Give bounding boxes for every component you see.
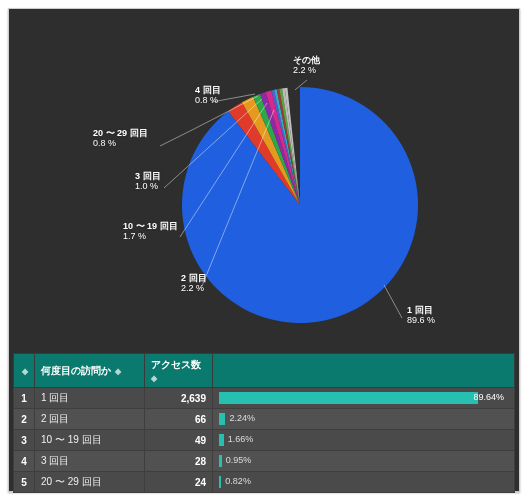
cell-bar: 1.66% xyxy=(213,430,515,451)
leader-line xyxy=(384,285,402,318)
dashboard-panel: 1 回目 89.6 % 2 回目 2.2 % 10 〜 19 回目 1.7 % … xyxy=(8,8,520,492)
callout-pct: 0.8 % xyxy=(195,95,221,105)
cell-count: 66 xyxy=(145,409,213,430)
pie-chart: 1 回目 89.6 % 2 回目 2.2 % 10 〜 19 回目 1.7 % … xyxy=(13,13,515,353)
cell-category: 3 回目 xyxy=(35,451,145,472)
bar-pct-label: 1.66% xyxy=(228,434,254,444)
bar-fill xyxy=(219,392,478,404)
callout-label: 1 回目 xyxy=(407,305,435,315)
callout-5: 20 〜 29 回目 0.8 % xyxy=(93,128,148,149)
pie-svg xyxy=(12,20,516,360)
sort-icon: ◆ xyxy=(151,374,157,383)
cell-bar: 89.64% xyxy=(213,388,515,409)
cell-category: 10 〜 19 回目 xyxy=(35,430,145,451)
callout-pct: 1.0 % xyxy=(135,181,161,191)
callout-label: 3 回目 xyxy=(135,171,161,181)
table-row: 43 回目280.95% xyxy=(14,451,515,472)
callout-label: 10 〜 19 回目 xyxy=(123,221,178,231)
cell-bar: 2.24% xyxy=(213,409,515,430)
table-row: 11 回目2,63989.64% xyxy=(14,388,515,409)
callout-pct: 2.2 % xyxy=(181,283,207,293)
callout-pct: 0.8 % xyxy=(93,138,148,148)
callout-1: 1 回目 89.6 % xyxy=(407,305,435,326)
callout-label: その他 xyxy=(293,55,320,65)
callout-pct: 1.7 % xyxy=(123,231,178,241)
table-row: 520 〜 29 回目240.82% xyxy=(14,472,515,493)
callout-other: その他 2.2 % xyxy=(293,55,320,76)
bar-fill xyxy=(219,476,221,488)
cell-count: 49 xyxy=(145,430,213,451)
callout-label: 4 回目 xyxy=(195,85,221,95)
cell-count: 28 xyxy=(145,451,213,472)
bar-pct-label: 0.95% xyxy=(226,455,252,465)
cell-count: 2,639 xyxy=(145,388,213,409)
bar-pct-label: 0.82% xyxy=(225,476,251,486)
callout-3: 10 〜 19 回目 1.7 % xyxy=(123,221,178,242)
cell-rank: 3 xyxy=(14,430,35,451)
callout-label: 2 回目 xyxy=(181,273,207,283)
cell-category: 2 回目 xyxy=(35,409,145,430)
sort-icon: ◆ xyxy=(22,367,28,376)
callout-pct: 2.2 % xyxy=(293,65,320,75)
callout-2: 2 回目 2.2 % xyxy=(181,273,207,294)
cell-rank: 1 xyxy=(14,388,35,409)
cell-category: 20 〜 29 回目 xyxy=(35,472,145,493)
cell-bar: 0.82% xyxy=(213,472,515,493)
bar-fill xyxy=(219,434,224,446)
bar-pct-label: 2.24% xyxy=(229,413,255,423)
callout-6: 4 回目 0.8 % xyxy=(195,85,221,106)
callout-4: 3 回目 1.0 % xyxy=(135,171,161,192)
col-label: 何度目の訪問か xyxy=(41,365,111,376)
cell-rank: 4 xyxy=(14,451,35,472)
table-row: 22 回目662.24% xyxy=(14,409,515,430)
cell-rank: 5 xyxy=(14,472,35,493)
callout-pct: 89.6 % xyxy=(407,315,435,325)
col-label: アクセス数 xyxy=(151,359,201,370)
bar-fill xyxy=(219,455,222,467)
cell-category: 1 回目 xyxy=(35,388,145,409)
callout-label: 20 〜 29 回目 xyxy=(93,128,148,138)
cell-count: 24 xyxy=(145,472,213,493)
sort-icon: ◆ xyxy=(113,367,121,376)
cell-rank: 2 xyxy=(14,409,35,430)
visits-table: ◆ 何度目の訪問か ◆ アクセス数 ◆ 11 回目2,63989.64%22 回… xyxy=(13,353,515,493)
bar-fill xyxy=(219,413,225,425)
table-row: 310 〜 19 回目491.66% xyxy=(14,430,515,451)
bar-pct-label: 89.64% xyxy=(473,392,504,402)
cell-bar: 0.95% xyxy=(213,451,515,472)
